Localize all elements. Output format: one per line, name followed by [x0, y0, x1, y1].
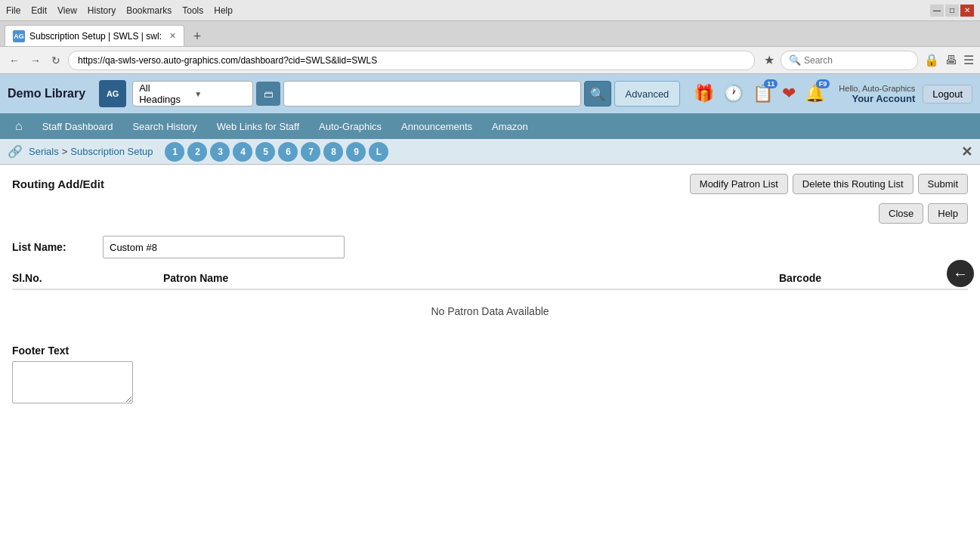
tab-numbers: 123456789L — [165, 142, 388, 162]
bell-area: 🔔 F9 — [805, 84, 825, 104]
print-icon[interactable]: 🖶 — [945, 54, 957, 67]
menu-item-bookmarks[interactable]: Bookmarks — [126, 5, 172, 16]
tab-close-button[interactable]: ✕ — [169, 31, 176, 41]
title-bar: FileEditViewHistoryBookmarksToolsHelp — … — [0, 0, 980, 21]
shield-icon: 🔒 — [924, 53, 939, 67]
menu-item-file[interactable]: File — [6, 5, 20, 16]
tab-num-6[interactable]: 6 — [278, 142, 298, 162]
tab-num-2[interactable]: 2 — [187, 142, 207, 162]
nav-bar: ⌂ Staff Dashboard Search History Web Lin… — [0, 113, 980, 139]
new-tab-button[interactable]: + — [187, 26, 207, 46]
close-panel-button[interactable]: ✕ — [961, 144, 972, 160]
balloon-icon[interactable]: 🎁 — [694, 84, 714, 104]
nav-announcements-label: Announcements — [401, 121, 472, 132]
col-patron-header: Patron Name — [163, 272, 779, 284]
home-icon: ⌂ — [15, 119, 23, 133]
search-button[interactable]: 🔍 — [584, 81, 611, 107]
modify-patron-list-button[interactable]: Modify Patron List — [690, 174, 788, 194]
col-slno-header: Sl.No. — [12, 272, 163, 284]
logo-icon: AG — [99, 80, 126, 107]
maximize-button[interactable]: □ — [945, 5, 959, 17]
logout-button[interactable]: Logout — [923, 85, 972, 104]
address-icons: ★ 🔍 🔒 🖶 ☰ — [764, 51, 974, 70]
library-name: Demo Library — [8, 87, 85, 100]
nav-autographics[interactable]: Auto-Graphics — [310, 118, 391, 135]
breadcrumb: Serials > Subscription Setup — [29, 146, 153, 157]
tab-bar: AG Subscription Setup | SWLS | swl: ✕ + — [0, 21, 980, 47]
heart-icon[interactable]: ❤ — [782, 84, 796, 104]
breadcrumb-separator: > — [62, 146, 68, 157]
active-tab[interactable]: AG Subscription Setup | SWLS | swl: ✕ — [5, 25, 184, 46]
tab-num-8[interactable]: 8 — [323, 142, 343, 162]
serials-icon: 🔗 — [8, 144, 23, 159]
footer-text-label: Footer Text — [12, 345, 968, 357]
bookmark-icon[interactable]: ★ — [764, 53, 774, 67]
tab-num-5[interactable]: 5 — [255, 142, 275, 162]
menu-item-view[interactable]: View — [57, 5, 77, 16]
minimize-button[interactable]: — — [930, 5, 944, 17]
clock-icon[interactable]: 🕐 — [723, 84, 744, 104]
search-area: All Headings ▼ 🗃 🔍 Advanced — [132, 81, 680, 107]
routing-header: Routing Add/Edit Modify Patron List Dele… — [12, 174, 968, 194]
menu-item-help[interactable]: Help — [214, 5, 233, 16]
address-bar: ← → ↻ ★ 🔍 🔒 🖶 ☰ — [0, 47, 980, 74]
nav-web-links[interactable]: Web Links for Staff — [208, 118, 308, 135]
heading-select-dropdown[interactable]: All Headings ▼ — [132, 81, 253, 107]
forward-button[interactable]: → — [27, 53, 44, 68]
menu-item-tools[interactable]: Tools — [182, 5, 203, 16]
breadcrumb-row: 🔗 Serials > Subscription Setup 123456789… — [0, 139, 980, 165]
nav-home[interactable]: ⌂ — [6, 116, 32, 136]
main-content: Routing Add/Edit Modify Patron List Dele… — [0, 165, 980, 467]
close-button[interactable]: Close — [879, 203, 923, 224]
help-button[interactable]: Help — [928, 203, 968, 224]
tab-num-3[interactable]: 3 — [210, 142, 230, 162]
refresh-button[interactable]: ↻ — [48, 53, 63, 68]
nav-amazon[interactable]: Amazon — [483, 118, 537, 135]
user-area: Hello, Auto-Graphics Your Account Logout — [839, 84, 972, 104]
address-input[interactable] — [68, 51, 755, 70]
nav-staff-dashboard[interactable]: Staff Dashboard — [33, 118, 122, 135]
advanced-button[interactable]: Advanced — [614, 81, 681, 107]
list-name-label: List Name: — [12, 241, 103, 253]
user-info: Hello, Auto-Graphics Your Account — [839, 84, 915, 104]
menu-bar: FileEditViewHistoryBookmarksToolsHelp — [6, 5, 233, 16]
menu-icon[interactable]: ☰ — [963, 53, 974, 67]
nav-search-history[interactable]: Search History — [123, 118, 206, 135]
second-button-row: Close Help — [12, 203, 968, 224]
tab-num-1[interactable]: 1 — [165, 142, 184, 162]
menu-item-history[interactable]: History — [88, 5, 116, 16]
routing-action-buttons: Modify Patron List Delete this Routing L… — [690, 174, 968, 194]
nav-autographics-label: Auto-Graphics — [319, 121, 382, 132]
database-icon[interactable]: 🗃 — [256, 82, 280, 106]
list-name-row: List Name: — [12, 236, 968, 258]
tab-label: Subscription Setup | SWLS | swl: — [29, 31, 162, 42]
nav-amazon-label: Amazon — [492, 121, 528, 132]
browser-search-box[interactable]: 🔍 — [781, 51, 918, 70]
header-icons: 🎁 🕐 📋 11 ❤ 🔔 F9 — [694, 84, 825, 104]
tab-num-L[interactable]: L — [369, 142, 388, 162]
browser-search-input[interactable] — [804, 55, 910, 66]
user-greeting: Hello, Auto-Graphics — [839, 84, 915, 93]
app-header: Demo Library AG All Headings ▼ 🗃 🔍 Advan… — [0, 74, 980, 113]
menu-item-edit[interactable]: Edit — [31, 5, 47, 16]
tab-num-9[interactable]: 9 — [346, 142, 366, 162]
chevron-down-icon: ▼ — [194, 90, 246, 98]
notification-badge: 11 — [764, 79, 778, 88]
col-barcode-header: Barcode — [779, 272, 968, 284]
search-text-input[interactable] — [283, 81, 580, 107]
submit-button[interactable]: Submit — [918, 174, 968, 194]
delete-routing-list-button[interactable]: Delete this Routing List — [793, 174, 914, 194]
nav-web-links-label: Web Links for Staff — [217, 121, 299, 132]
back-arrow-button[interactable]: ← — [947, 260, 974, 287]
close-window-button[interactable]: ✕ — [960, 5, 974, 17]
user-account[interactable]: Your Account — [839, 93, 915, 104]
f9-badge: F9 — [816, 79, 830, 88]
back-button[interactable]: ← — [6, 53, 23, 68]
tab-num-7[interactable]: 7 — [301, 142, 320, 162]
list-name-input[interactable] — [103, 236, 345, 258]
footer-text-input[interactable] — [12, 361, 133, 403]
breadcrumb-subscription-setup[interactable]: Subscription Setup — [70, 146, 153, 157]
tab-num-4[interactable]: 4 — [233, 142, 252, 162]
nav-announcements[interactable]: Announcements — [392, 118, 481, 135]
breadcrumb-serials[interactable]: Serials — [29, 146, 59, 157]
